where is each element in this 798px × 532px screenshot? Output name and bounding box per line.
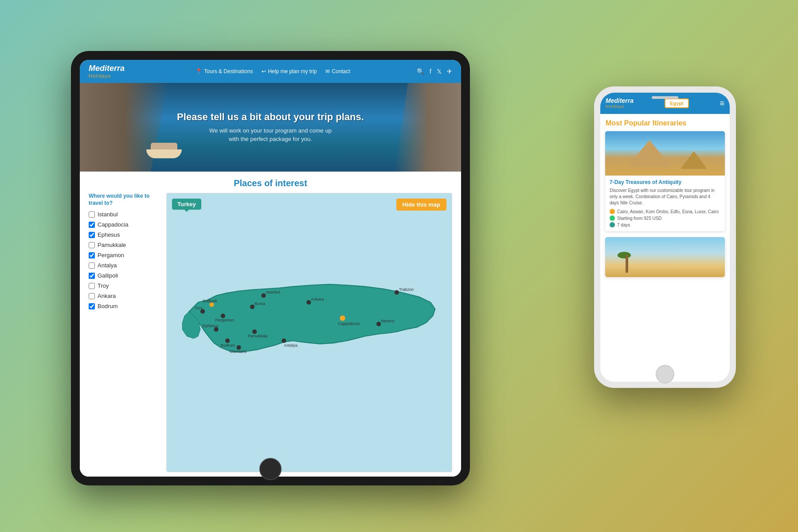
svg-text:Ankara: Ankara bbox=[311, 297, 324, 301]
svg-text:Pergamon: Pergamon bbox=[215, 318, 234, 322]
turkey-map-svg: Istanbul Trabzon Gallipoli Bursa bbox=[176, 207, 446, 443]
nav-link-tours[interactable]: 📍 Tours & Destinations bbox=[196, 68, 253, 74]
checkbox-cappadocia[interactable] bbox=[89, 222, 95, 228]
smartphone-speaker bbox=[652, 96, 678, 99]
checkbox-istanbul[interactable] bbox=[89, 211, 95, 218]
hero-text-block: Please tell us a bit about your trip pla… bbox=[177, 111, 364, 144]
checkbox-antalya[interactable] bbox=[89, 262, 95, 269]
nav-social-icons: 🔍 f 𝕏 ✈ bbox=[417, 68, 452, 75]
svg-text:Ephesus: Ephesus bbox=[203, 324, 219, 328]
facebook-icon[interactable]: f bbox=[430, 68, 431, 75]
checkbox-bodrum[interactable] bbox=[89, 303, 95, 309]
checklist-item-pamukkale[interactable]: Pamukkale bbox=[89, 242, 160, 248]
smartphone-home-button[interactable] bbox=[656, 365, 674, 383]
scene: Mediterra Holidays 📍 Tours & Destination… bbox=[44, 33, 754, 499]
hero-cliffs-left bbox=[80, 83, 168, 172]
card-meta-1: Cairo, Aswan, Kom Ombo, Edfu, Esna, Luxo… bbox=[610, 209, 720, 227]
places-checklist: Where would you like to travel to? Istan… bbox=[89, 193, 160, 472]
svg-text:Nemrut: Nemrut bbox=[381, 319, 394, 323]
boat-body bbox=[146, 149, 182, 158]
svg-point-18 bbox=[340, 316, 345, 321]
card-image-desert bbox=[605, 237, 725, 277]
svg-point-20 bbox=[376, 322, 381, 326]
label-cappadocia: Cappadocia bbox=[98, 221, 128, 228]
hero-boat bbox=[146, 141, 182, 158]
boat-top bbox=[151, 143, 177, 149]
hero-cliffs-right bbox=[395, 83, 461, 172]
palm-trunk bbox=[626, 255, 628, 273]
svg-point-12 bbox=[306, 300, 311, 305]
svg-point-24 bbox=[225, 338, 230, 343]
help-icon: ↩ bbox=[262, 68, 266, 74]
svg-text:Trabzon: Trabzon bbox=[399, 287, 414, 292]
svg-point-0 bbox=[261, 293, 266, 298]
checklist-item-ephesus[interactable]: Ephesus bbox=[89, 231, 160, 238]
phone-logo-main: Mediterra bbox=[606, 98, 634, 104]
checklist-item-cappadocia[interactable]: Cappadocia bbox=[89, 221, 160, 228]
phone-country-badge[interactable]: Egypt bbox=[665, 98, 689, 108]
label-bodrum: Bodrum bbox=[98, 303, 118, 309]
smartphone-screen: Mediterra Holidays Egypt ≡ Most Popular … bbox=[600, 93, 730, 382]
svg-text:Gallipoli: Gallipoli bbox=[203, 299, 217, 303]
duration-icon-1 bbox=[610, 222, 615, 227]
checklist-item-ankara[interactable]: Ankara bbox=[89, 293, 160, 299]
nav-link-plan[interactable]: ↩ Help me plan my trip bbox=[262, 68, 317, 74]
label-gallipoli: Gallipoli bbox=[98, 272, 118, 279]
svg-text:Marmaris: Marmaris bbox=[230, 349, 247, 354]
hero-subtitle: We will work on your tour program and co… bbox=[177, 126, 364, 144]
checklist-question: Where would you like to travel to? bbox=[89, 193, 160, 207]
sphinx-shape bbox=[683, 159, 700, 168]
svg-text:Bodrum: Bodrum bbox=[221, 343, 235, 348]
checklist-item-troy[interactable]: Troy bbox=[89, 282, 160, 289]
svg-text:Troy: Troy bbox=[195, 306, 203, 310]
tablet-navbar: Mediterra Holidays 📍 Tours & Destination… bbox=[80, 60, 461, 83]
main-section: Where would you like to travel to? Istan… bbox=[80, 193, 461, 477]
tablet-hero: Please tell us a bit about your trip pla… bbox=[80, 83, 461, 172]
svg-point-16 bbox=[252, 329, 257, 334]
turkey-map: Turkey Hide this map Istanbul bbox=[166, 193, 452, 472]
svg-text:Antalya: Antalya bbox=[284, 343, 297, 348]
nav-links: 📍 Tours & Destinations ↩ Help me plan my… bbox=[138, 68, 408, 74]
smartphone-device: Mediterra Holidays Egypt ≡ Most Popular … bbox=[594, 86, 736, 388]
checkbox-ankara[interactable] bbox=[89, 293, 95, 299]
svg-text:Istanbul: Istanbul bbox=[266, 290, 280, 294]
checklist-item-antalya[interactable]: Antalya bbox=[89, 262, 160, 269]
search-icon[interactable]: 🔍 bbox=[417, 68, 424, 75]
card-location-1: Cairo, Aswan, Kom Ombo, Edfu, Esna, Luxo… bbox=[610, 209, 720, 214]
itinerary-card-2[interactable] bbox=[605, 237, 725, 278]
card-desc-1: Discover Egypt with our customizable tou… bbox=[610, 188, 720, 206]
svg-text:Cappadocia: Cappadocia bbox=[338, 321, 360, 326]
logo-main-text: Mediterra bbox=[89, 64, 125, 73]
checkbox-pamukkale[interactable] bbox=[89, 242, 95, 248]
itinerary-card-1[interactable]: 7-Day Treasures of Antiquity Discover Eg… bbox=[605, 131, 725, 231]
tripadvisor-icon[interactable]: ✈ bbox=[447, 68, 452, 75]
palm-leaves bbox=[618, 252, 631, 258]
logo-sub-text: Holidays bbox=[89, 73, 125, 78]
checkbox-pergamon[interactable] bbox=[89, 252, 95, 258]
label-istanbul: Istanbul bbox=[98, 211, 118, 218]
nav-link-contact[interactable]: ✉ Contact bbox=[325, 68, 350, 74]
checklist-item-istanbul[interactable]: Istanbul bbox=[89, 211, 160, 218]
twitter-icon[interactable]: 𝕏 bbox=[437, 68, 442, 75]
checkbox-troy[interactable] bbox=[89, 283, 95, 289]
checklist-item-gallipoli[interactable]: Gallipoli bbox=[89, 272, 160, 279]
label-antalya: Antalya bbox=[98, 262, 117, 269]
tablet-home-button[interactable] bbox=[259, 458, 282, 480]
checklist-item-bodrum[interactable]: Bodrum bbox=[89, 303, 160, 309]
palm-tree bbox=[623, 252, 631, 273]
location-icon-1 bbox=[610, 209, 615, 214]
tablet-content: Places of interest Where would you like … bbox=[80, 172, 461, 477]
checkbox-gallipoli[interactable] bbox=[89, 273, 95, 279]
price-icon-1 bbox=[610, 215, 615, 221]
card-duration-1: 7 days bbox=[610, 222, 720, 227]
label-ankara: Ankara bbox=[98, 293, 116, 299]
hamburger-menu-icon[interactable]: ≡ bbox=[720, 99, 724, 108]
checkbox-ephesus[interactable] bbox=[89, 232, 95, 238]
tablet-logo: Mediterra Holidays bbox=[89, 64, 125, 78]
card-price-1: Starting from 925 USD bbox=[610, 215, 720, 221]
phone-content: Most Popular Itineraries 7-Day Treasures… bbox=[600, 114, 730, 382]
svg-text:Bursa: Bursa bbox=[254, 301, 266, 306]
label-ephesus: Ephesus bbox=[98, 231, 120, 238]
card-image-pyramids bbox=[605, 131, 725, 176]
checklist-item-pergamon[interactable]: Pergamon bbox=[89, 252, 160, 258]
